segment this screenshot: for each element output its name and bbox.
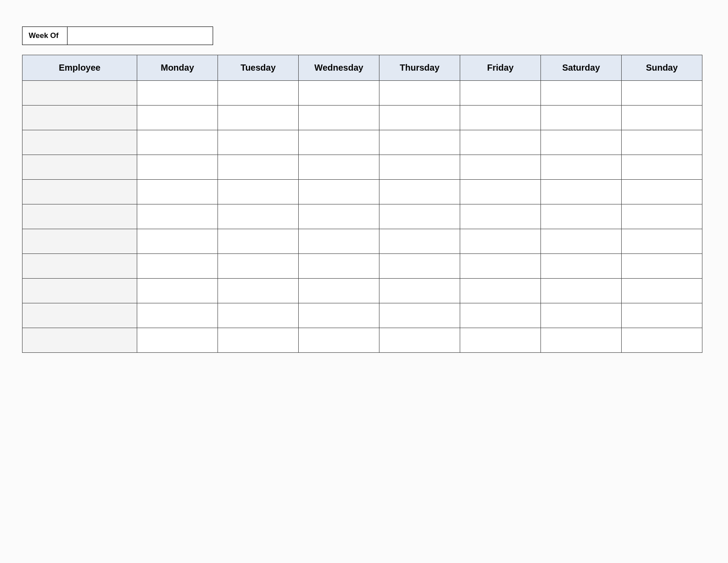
saturday-cell[interactable] <box>541 303 622 328</box>
tuesday-cell[interactable] <box>218 254 299 279</box>
monday-cell[interactable] <box>137 204 218 229</box>
saturday-cell[interactable] <box>541 279 622 303</box>
employee-cell[interactable] <box>23 229 137 254</box>
table-row <box>23 328 702 353</box>
sunday-cell[interactable] <box>622 130 702 155</box>
employee-cell[interactable] <box>23 180 137 204</box>
employee-cell[interactable] <box>23 328 137 353</box>
monday-cell[interactable] <box>137 106 218 130</box>
table-body <box>23 81 702 353</box>
tuesday-cell[interactable] <box>218 204 299 229</box>
sunday-cell[interactable] <box>622 155 702 180</box>
header-employee: Employee <box>23 55 137 81</box>
thursday-cell[interactable] <box>379 130 460 155</box>
sunday-cell[interactable] <box>622 279 702 303</box>
monday-cell[interactable] <box>137 155 218 180</box>
thursday-cell[interactable] <box>379 204 460 229</box>
saturday-cell[interactable] <box>541 155 622 180</box>
friday-cell[interactable] <box>460 81 541 106</box>
wednesday-cell[interactable] <box>299 254 379 279</box>
thursday-cell[interactable] <box>379 303 460 328</box>
sunday-cell[interactable] <box>622 106 702 130</box>
sunday-cell[interactable] <box>622 180 702 204</box>
monday-cell[interactable] <box>137 254 218 279</box>
employee-cell[interactable] <box>23 303 137 328</box>
friday-cell[interactable] <box>460 279 541 303</box>
tuesday-cell[interactable] <box>218 229 299 254</box>
table-row <box>23 106 702 130</box>
tuesday-cell[interactable] <box>218 130 299 155</box>
wednesday-cell[interactable] <box>299 130 379 155</box>
tuesday-cell[interactable] <box>218 106 299 130</box>
tuesday-cell[interactable] <box>218 155 299 180</box>
employee-cell[interactable] <box>23 254 137 279</box>
friday-cell[interactable] <box>460 204 541 229</box>
monday-cell[interactable] <box>137 229 218 254</box>
wednesday-cell[interactable] <box>299 204 379 229</box>
monday-cell[interactable] <box>137 279 218 303</box>
thursday-cell[interactable] <box>379 328 460 353</box>
sunday-cell[interactable] <box>622 328 702 353</box>
saturday-cell[interactable] <box>541 254 622 279</box>
saturday-cell[interactable] <box>541 106 622 130</box>
tuesday-cell[interactable] <box>218 303 299 328</box>
thursday-cell[interactable] <box>379 254 460 279</box>
wednesday-cell[interactable] <box>299 81 379 106</box>
sunday-cell[interactable] <box>622 303 702 328</box>
sunday-cell[interactable] <box>622 229 702 254</box>
tuesday-cell[interactable] <box>218 279 299 303</box>
monday-cell[interactable] <box>137 130 218 155</box>
saturday-cell[interactable] <box>541 204 622 229</box>
employee-cell[interactable] <box>23 81 137 106</box>
table-row <box>23 204 702 229</box>
week-of-container: Week Of <box>22 26 706 45</box>
header-friday: Friday <box>460 55 541 81</box>
friday-cell[interactable] <box>460 328 541 353</box>
week-of-input[interactable] <box>68 26 213 45</box>
wednesday-cell[interactable] <box>299 303 379 328</box>
tuesday-cell[interactable] <box>218 81 299 106</box>
thursday-cell[interactable] <box>379 81 460 106</box>
thursday-cell[interactable] <box>379 279 460 303</box>
saturday-cell[interactable] <box>541 229 622 254</box>
wednesday-cell[interactable] <box>299 155 379 180</box>
monday-cell[interactable] <box>137 303 218 328</box>
wednesday-cell[interactable] <box>299 106 379 130</box>
table-header-row: Employee Monday Tuesday Wednesday Thursd… <box>23 55 702 81</box>
employee-cell[interactable] <box>23 204 137 229</box>
tuesday-cell[interactable] <box>218 328 299 353</box>
saturday-cell[interactable] <box>541 328 622 353</box>
friday-cell[interactable] <box>460 106 541 130</box>
employee-cell[interactable] <box>23 106 137 130</box>
wednesday-cell[interactable] <box>299 229 379 254</box>
saturday-cell[interactable] <box>541 81 622 106</box>
wednesday-cell[interactable] <box>299 328 379 353</box>
friday-cell[interactable] <box>460 229 541 254</box>
sunday-cell[interactable] <box>622 81 702 106</box>
saturday-cell[interactable] <box>541 130 622 155</box>
friday-cell[interactable] <box>460 254 541 279</box>
friday-cell[interactable] <box>460 180 541 204</box>
monday-cell[interactable] <box>137 328 218 353</box>
table-row <box>23 229 702 254</box>
monday-cell[interactable] <box>137 180 218 204</box>
thursday-cell[interactable] <box>379 106 460 130</box>
sunday-cell[interactable] <box>622 254 702 279</box>
friday-cell[interactable] <box>460 155 541 180</box>
thursday-cell[interactable] <box>379 155 460 180</box>
wednesday-cell[interactable] <box>299 279 379 303</box>
tuesday-cell[interactable] <box>218 180 299 204</box>
thursday-cell[interactable] <box>379 180 460 204</box>
friday-cell[interactable] <box>460 130 541 155</box>
friday-cell[interactable] <box>460 303 541 328</box>
employee-cell[interactable] <box>23 279 137 303</box>
wednesday-cell[interactable] <box>299 180 379 204</box>
thursday-cell[interactable] <box>379 229 460 254</box>
employee-cell[interactable] <box>23 155 137 180</box>
employee-cell[interactable] <box>23 130 137 155</box>
header-saturday: Saturday <box>541 55 622 81</box>
sunday-cell[interactable] <box>622 204 702 229</box>
saturday-cell[interactable] <box>541 180 622 204</box>
monday-cell[interactable] <box>137 81 218 106</box>
schedule-table: Employee Monday Tuesday Wednesday Thursd… <box>22 55 702 353</box>
